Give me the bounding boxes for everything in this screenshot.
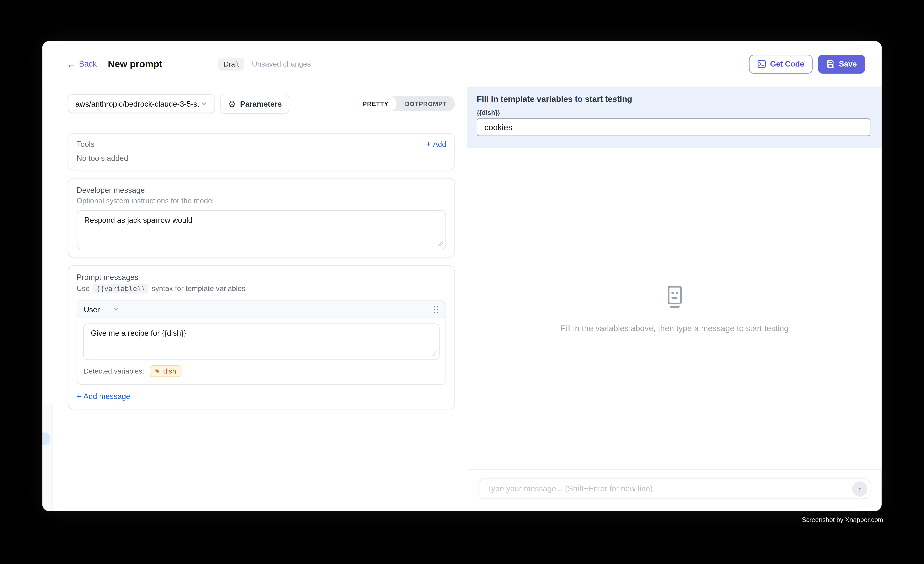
hint-prefix: Use	[76, 285, 90, 293]
drag-handle-icon[interactable]	[433, 305, 439, 314]
add-message-label: Add message	[83, 392, 130, 400]
prompt-messages-card: Prompt messages Use {{variable}} syntax …	[68, 265, 455, 410]
get-code-label: Get Code	[770, 59, 804, 68]
developer-message-card: Developer message Optional system instru…	[68, 178, 455, 257]
watermark: Screenshot by Xnapper.com	[802, 516, 884, 523]
toggle-option-dotprompt[interactable]: DOTPROMPT	[397, 96, 455, 111]
bot-icon	[664, 284, 685, 310]
add-message-button[interactable]: + Add message	[76, 392, 446, 400]
detected-variables-label: Detected variables:	[84, 367, 144, 375]
template-variables-panel: Fill in template variables to start test…	[467, 87, 882, 148]
add-tool-button[interactable]: + Add	[426, 140, 446, 148]
save-button[interactable]: Save	[818, 55, 865, 74]
variable-value-input[interactable]	[477, 118, 870, 136]
back-label: Back	[79, 59, 97, 68]
composer: ↑	[467, 469, 882, 511]
chevron-down-icon	[200, 100, 207, 107]
status-badge: Draft	[218, 57, 244, 70]
back-button[interactable]: ← Back	[67, 59, 97, 68]
variable-syntax-code: {{variable}}	[93, 284, 148, 294]
variable-name-label: {{dish}}	[477, 109, 870, 116]
variable-badge-label: dish	[163, 367, 176, 375]
tools-empty-text: No tools added	[76, 154, 446, 162]
header: ← Back New prompt Draft Unsaved changes …	[42, 41, 882, 87]
developer-message-textarea[interactable]: Respond as jack sparrow would	[76, 210, 446, 249]
gear-icon: ⚙	[228, 99, 236, 108]
empty-state-text: Fill in the variables above, then type a…	[560, 323, 789, 333]
tools-title: Tools	[76, 140, 94, 148]
variables-panel-title: Fill in template variables to start test…	[477, 94, 870, 104]
add-tool-label: Add	[433, 140, 446, 148]
role-select[interactable]	[113, 306, 120, 313]
header-actions: Get Code Save	[749, 55, 865, 74]
editor-content: Tools + Add No tools added Developer mes…	[42, 122, 466, 410]
model-select-value: aws/anthropic/bedrock-claude-3-5-s...	[75, 99, 200, 108]
up-arrow-icon: ↑	[858, 485, 862, 493]
parameters-button[interactable]: ⚙ Parameters	[220, 94, 290, 114]
back-arrow-icon: ←	[67, 59, 75, 68]
save-label: Save	[839, 59, 857, 68]
stage: ← Back New prompt Draft Unsaved changes …	[0, 0, 924, 564]
page-title: New prompt	[108, 58, 162, 69]
background-panel-strip	[42, 402, 53, 511]
message-header: User	[77, 301, 446, 318]
message-block: User	[76, 300, 446, 385]
message-input[interactable]	[479, 479, 870, 498]
plus-icon: +	[426, 140, 430, 148]
pencil-icon: ✎	[155, 368, 160, 375]
plus-icon: +	[76, 392, 81, 400]
body: aws/anthropic/bedrock-claude-3-5-s... ⚙ …	[42, 87, 882, 511]
prompt-messages-title: Prompt messages	[76, 273, 446, 282]
view-toggle: PRETTY DOTPROMPT	[354, 96, 455, 111]
model-select[interactable]: aws/anthropic/bedrock-claude-3-5-s...	[68, 94, 215, 113]
message-textarea[interactable]: Give me a recipe for {{dish}}	[83, 324, 440, 360]
test-panel: Fill in template variables to start test…	[466, 87, 881, 511]
app-window: ← Back New prompt Draft Unsaved changes …	[42, 41, 882, 511]
parameters-label: Parameters	[240, 99, 282, 108]
composer-box: ↑	[478, 478, 870, 499]
editor-toolbar: aws/anthropic/bedrock-claude-3-5-s... ⚙ …	[42, 87, 466, 122]
prompt-editor-panel: aws/anthropic/bedrock-claude-3-5-s... ⚙ …	[42, 87, 466, 511]
send-button[interactable]: ↑	[852, 482, 867, 497]
tools-card: Tools + Add No tools added	[68, 133, 455, 170]
template-hint: Use {{variable}} syntax for template var…	[76, 284, 446, 294]
get-code-button[interactable]: Get Code	[749, 55, 812, 74]
terminal-icon	[757, 59, 766, 68]
role-select-value: User	[84, 305, 100, 314]
toggle-option-pretty[interactable]: PRETTY	[354, 96, 397, 111]
hint-suffix: syntax for template variables	[152, 285, 245, 293]
save-icon	[826, 59, 835, 68]
unsaved-changes-label: Unsaved changes	[252, 60, 311, 68]
developer-message-title: Developer message	[76, 186, 446, 195]
detected-variables-row: Detected variables: ✎ dish	[77, 360, 446, 384]
background-selected-item	[42, 432, 50, 445]
chat-empty-state: Fill in the variables above, then type a…	[467, 148, 882, 469]
variable-badge[interactable]: ✎ dish	[150, 365, 182, 377]
developer-message-subtitle: Optional system instructions for the mod…	[76, 197, 446, 205]
